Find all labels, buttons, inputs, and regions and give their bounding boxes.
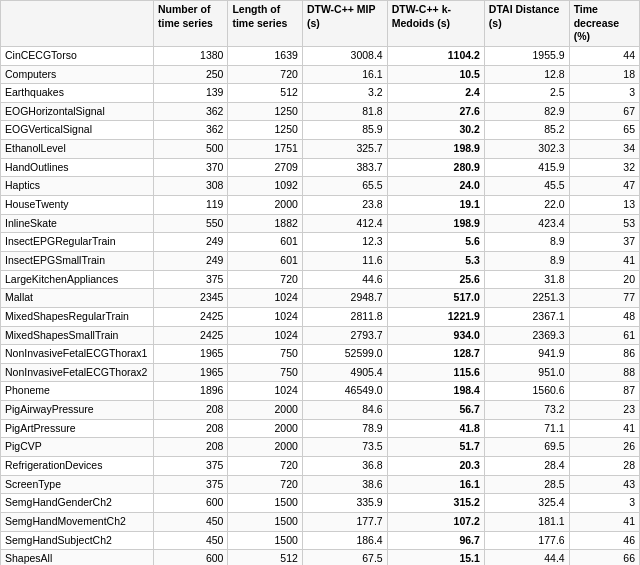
row-cell: 280.9: [387, 158, 484, 177]
row-cell: 32: [569, 158, 639, 177]
row-cell: 25.6: [387, 270, 484, 289]
row-cell: 8.9: [484, 233, 569, 252]
row-cell: 73.5: [302, 438, 387, 457]
row-cell: 2793.7: [302, 326, 387, 345]
row-label: SemgHandSubjectCh2: [1, 531, 154, 550]
row-cell: 208: [154, 401, 228, 420]
row-cell: 1092: [228, 177, 302, 196]
col-header-time-dec: Time decrease (%): [569, 1, 639, 47]
row-cell: 1024: [228, 289, 302, 308]
table-row: HandOutlines3702709383.7280.9415.932: [1, 158, 640, 177]
row-cell: 71.1: [484, 419, 569, 438]
row-cell: 119: [154, 196, 228, 215]
row-cell: 550: [154, 214, 228, 233]
table-row: InsectEPGSmallTrain24960111.65.38.941: [1, 251, 640, 270]
row-cell: 370: [154, 158, 228, 177]
row-cell: 601: [228, 251, 302, 270]
row-cell: 1965: [154, 345, 228, 364]
row-cell: 600: [154, 550, 228, 565]
row-cell: 43: [569, 475, 639, 494]
table-row: Computers25072016.110.512.818: [1, 65, 640, 84]
table-row: SemgHandSubjectCh24501500186.496.7177.64…: [1, 531, 640, 550]
table-row: InsectEPGRegularTrain24960112.35.68.937: [1, 233, 640, 252]
table-row: PigCVP208200073.551.769.526: [1, 438, 640, 457]
row-label: Earthquakes: [1, 84, 154, 103]
row-cell: 362: [154, 121, 228, 140]
row-cell: 22.0: [484, 196, 569, 215]
row-cell: 67: [569, 102, 639, 121]
row-cell: 362: [154, 102, 228, 121]
row-cell: 2000: [228, 419, 302, 438]
row-cell: 2.5: [484, 84, 569, 103]
table-row: ScreenType37572038.616.128.543: [1, 475, 640, 494]
row-cell: 47: [569, 177, 639, 196]
row-cell: 61: [569, 326, 639, 345]
row-cell: 65: [569, 121, 639, 140]
row-cell: 302.3: [484, 140, 569, 159]
table-row: MixedShapesSmallTrain242510242793.7934.0…: [1, 326, 640, 345]
row-cell: 139: [154, 84, 228, 103]
row-cell: 412.4: [302, 214, 387, 233]
row-cell: 96.7: [387, 531, 484, 550]
row-cell: 249: [154, 233, 228, 252]
row-cell: 16.1: [302, 65, 387, 84]
table-row: RefrigerationDevices37572036.820.328.428: [1, 457, 640, 476]
col-header-dtw-kmed: DTW-C++ k-Medoids (s): [387, 1, 484, 47]
row-cell: 28: [569, 457, 639, 476]
row-cell: 1882: [228, 214, 302, 233]
row-cell: 85.9: [302, 121, 387, 140]
row-label: InsectEPGSmallTrain: [1, 251, 154, 270]
table-row: Haptics308109265.524.045.547: [1, 177, 640, 196]
row-cell: 84.6: [302, 401, 387, 420]
row-cell: 720: [228, 65, 302, 84]
row-cell: 51.7: [387, 438, 484, 457]
row-cell: 512: [228, 84, 302, 103]
row-cell: 26: [569, 438, 639, 457]
row-cell: 19.1: [387, 196, 484, 215]
row-label: EthanolLevel: [1, 140, 154, 159]
row-cell: 28.4: [484, 457, 569, 476]
row-cell: 1955.9: [484, 46, 569, 65]
row-cell: 15.1: [387, 550, 484, 565]
row-cell: 177.7: [302, 512, 387, 531]
row-cell: 8.9: [484, 251, 569, 270]
row-cell: 30.2: [387, 121, 484, 140]
row-label: MixedShapesRegularTrain: [1, 307, 154, 326]
row-cell: 67.5: [302, 550, 387, 565]
row-cell: 46: [569, 531, 639, 550]
row-cell: 177.6: [484, 531, 569, 550]
row-cell: 941.9: [484, 345, 569, 364]
row-cell: 383.7: [302, 158, 387, 177]
row-cell: 41: [569, 419, 639, 438]
row-cell: 34: [569, 140, 639, 159]
row-cell: 18: [569, 65, 639, 84]
row-cell: 81.8: [302, 102, 387, 121]
row-cell: 450: [154, 512, 228, 531]
row-label: Mallat: [1, 289, 154, 308]
table-row: Mallat234510242948.7517.02251.377: [1, 289, 640, 308]
row-label: EOGHorizontalSignal: [1, 102, 154, 121]
row-cell: 2000: [228, 438, 302, 457]
row-cell: 85.2: [484, 121, 569, 140]
row-cell: 107.2: [387, 512, 484, 531]
row-cell: 1250: [228, 102, 302, 121]
row-cell: 1250: [228, 121, 302, 140]
row-cell: 16.1: [387, 475, 484, 494]
row-label: CinCECGTorso: [1, 46, 154, 65]
row-cell: 46549.0: [302, 382, 387, 401]
row-cell: 315.2: [387, 494, 484, 513]
table-row: ShapesAll60051267.515.144.466: [1, 550, 640, 565]
row-cell: 12.3: [302, 233, 387, 252]
row-cell: 423.4: [484, 214, 569, 233]
row-cell: 720: [228, 475, 302, 494]
row-cell: 375: [154, 475, 228, 494]
row-cell: 128.7: [387, 345, 484, 364]
row-label: InsectEPGRegularTrain: [1, 233, 154, 252]
table-row: NonInvasiveFetalECGThorax1196575052599.0…: [1, 345, 640, 364]
row-cell: 186.4: [302, 531, 387, 550]
row-label: ScreenType: [1, 475, 154, 494]
row-cell: 73.2: [484, 401, 569, 420]
row-cell: 78.9: [302, 419, 387, 438]
col-header-name: [1, 1, 154, 47]
row-label: MixedShapesSmallTrain: [1, 326, 154, 345]
